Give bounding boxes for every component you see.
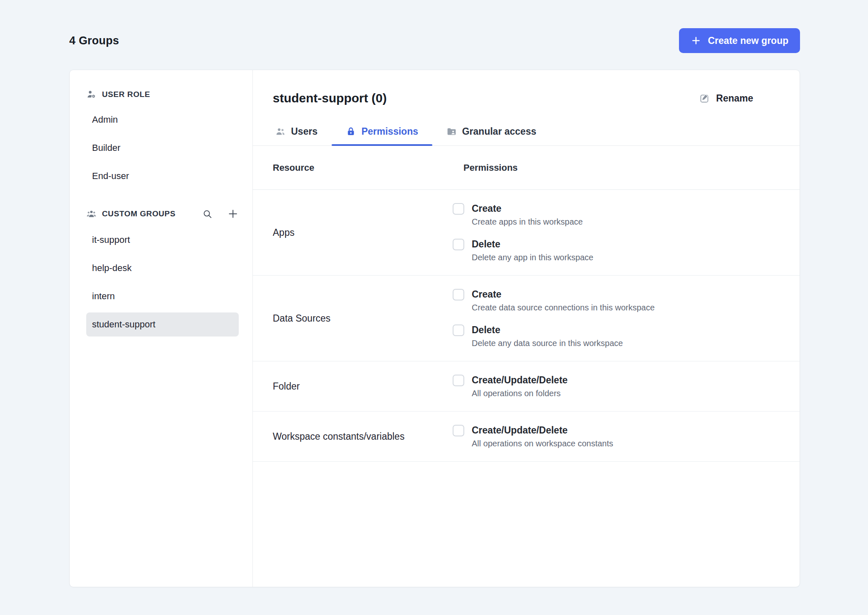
user-gear-icon: [86, 89, 97, 99]
sidebar-item-end-user[interactable]: End-user: [86, 164, 239, 188]
search-groups-button[interactable]: [202, 208, 213, 219]
users-group-icon: [86, 209, 97, 219]
apps-create-checkbox[interactable]: [453, 203, 464, 215]
create-new-group-label: Create new group: [708, 35, 788, 46]
plus-icon: [227, 208, 239, 220]
permissions-table-header: Resource Permissions: [253, 146, 800, 190]
group-detail-panel: student-support (0) Rename: [253, 70, 800, 587]
datasources-create-checkbox[interactable]: [453, 289, 464, 300]
resource-label: Apps: [273, 202, 453, 263]
resource-label: Data Sources: [273, 288, 453, 349]
datasources-delete-checkbox[interactable]: [453, 324, 464, 336]
custom-groups-section-title: CUSTOM GROUPS: [102, 209, 175, 218]
table-row-folder: Folder Create/Update/Delete All operatio…: [253, 361, 800, 412]
permission-apps-create: Create Create apps in this workspace: [453, 202, 788, 227]
apps-delete-checkbox[interactable]: [453, 239, 464, 250]
tab-users-label: Users: [291, 126, 318, 137]
permission-description: Delete any data source in this workspace: [472, 338, 623, 349]
add-custom-group-button[interactable]: [227, 208, 239, 220]
groups-page: 4 Groups Create new group USER R: [0, 0, 868, 587]
table-row-data-sources: Data Sources Create Create data source c…: [253, 276, 800, 361]
permission-description: Delete any app in this workspace: [472, 252, 594, 263]
workspace-constants-cud-checkbox[interactable]: [453, 425, 464, 436]
folder-cud-checkbox[interactable]: [453, 375, 464, 386]
resource-label: Folder: [273, 374, 453, 399]
sidebar-item-help-desk[interactable]: help-desk: [86, 256, 239, 280]
permission-label: Create: [472, 288, 655, 300]
permission-description: Create apps in this workspace: [472, 216, 583, 227]
permission-workspace-constants-cud: Create/Update/Delete All operations on w…: [453, 424, 788, 449]
lock-icon: [346, 126, 356, 137]
group-detail-header: student-support (0) Rename: [253, 70, 800, 106]
user-role-list: Admin Builder End-user: [86, 108, 239, 188]
page-header: 4 Groups Create new group: [69, 28, 800, 53]
rename-label: Rename: [716, 93, 753, 104]
plus-icon: [691, 35, 701, 46]
rename-group-button[interactable]: Rename: [699, 93, 753, 104]
create-new-group-button[interactable]: Create new group: [679, 28, 800, 53]
group-tabs: Users Permissions: [253, 126, 800, 146]
permission-datasources-create: Create Create data source connections in…: [453, 288, 788, 313]
tab-permissions-label: Permissions: [361, 126, 418, 137]
permission-description: All operations on workspace constants: [472, 438, 613, 449]
permission-label: Create/Update/Delete: [472, 424, 613, 436]
tab-users[interactable]: Users: [261, 126, 332, 145]
permission-label: Delete: [472, 238, 594, 250]
permission-label: Create/Update/Delete: [472, 374, 567, 386]
folder-user-icon: [446, 126, 457, 137]
tab-granular-access-label: Granular access: [462, 126, 536, 137]
custom-groups-section-header: CUSTOM GROUPS: [86, 208, 239, 220]
permission-datasources-delete: Delete Delete any data source in this wo…: [453, 324, 788, 349]
permission-apps-delete: Delete Delete any app in this workspace: [453, 238, 788, 263]
sidebar-item-it-support[interactable]: it-support: [86, 228, 239, 252]
permission-label: Create: [472, 202, 583, 215]
search-icon: [202, 208, 213, 219]
sidebar-item-builder[interactable]: Builder: [86, 136, 239, 160]
user-role-section-header: USER ROLE: [86, 89, 239, 99]
resource-column-header: Resource: [273, 162, 453, 173]
group-title: student-support (0): [273, 91, 387, 106]
table-row-workspace-constants: Workspace constants/variables Create/Upd…: [253, 412, 800, 462]
tab-permissions[interactable]: Permissions: [332, 126, 432, 145]
resource-label: Workspace constants/variables: [273, 424, 453, 449]
custom-groups-list: it-support help-desk intern student-supp…: [86, 228, 239, 337]
permission-label: Delete: [472, 324, 623, 336]
user-role-section-title: USER ROLE: [102, 90, 150, 99]
groups-card: USER ROLE Admin Builder End-user: [69, 70, 800, 587]
users-icon: [275, 126, 286, 137]
table-row-apps: Apps Create Create apps in this workspac…: [253, 190, 800, 276]
sidebar-item-intern[interactable]: intern: [86, 284, 239, 308]
tab-granular-access[interactable]: Granular access: [432, 126, 550, 145]
groups-sidebar: USER ROLE Admin Builder End-user: [70, 70, 253, 587]
permission-description: All operations on folders: [472, 388, 567, 399]
permissions-table: Resource Permissions Apps Create Create …: [253, 146, 800, 462]
pencil-square-icon: [699, 93, 710, 104]
permission-folder-cud: Create/Update/Delete All operations on f…: [453, 374, 788, 399]
permissions-column-header: Permissions: [453, 162, 788, 173]
page-title: 4 Groups: [69, 34, 119, 47]
permission-description: Create data source connections in this w…: [472, 302, 655, 313]
sidebar-item-student-support[interactable]: student-support: [86, 312, 239, 337]
sidebar-item-admin[interactable]: Admin: [86, 108, 239, 132]
